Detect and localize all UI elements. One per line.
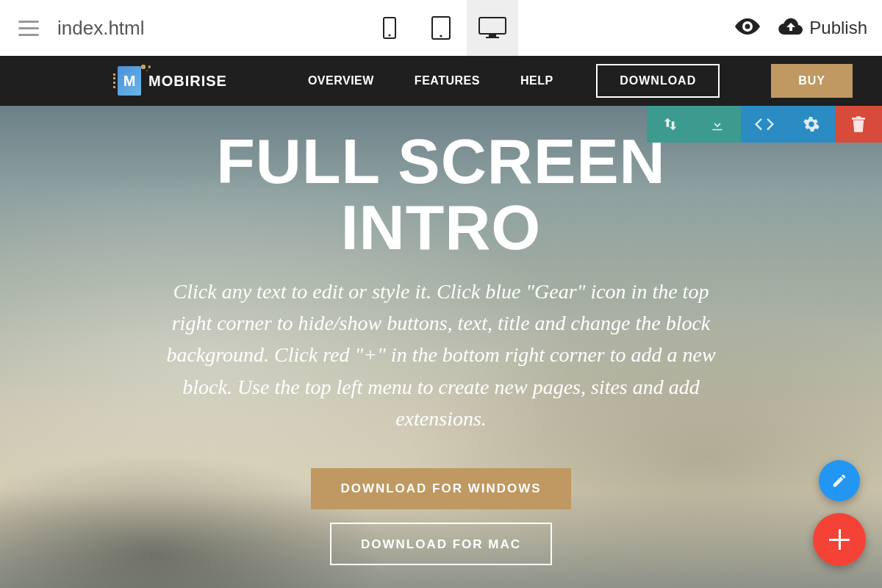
code-button[interactable] — [741, 106, 788, 143]
hero-buttons: DOWNLOAD FOR WINDOWS DOWNLOAD FOR MAC — [311, 468, 570, 565]
nav-help[interactable]: HELP — [520, 74, 553, 87]
cloud-upload-icon — [778, 18, 803, 38]
save-block-button[interactable] — [694, 106, 741, 143]
edit-fab[interactable] — [819, 460, 860, 501]
mobile-icon — [383, 17, 396, 39]
nav-overview[interactable]: OVERVIEW — [308, 74, 374, 87]
svg-rect-4 — [479, 18, 506, 34]
device-preview-group — [364, 0, 518, 56]
filename-label[interactable]: index.html — [57, 17, 145, 40]
hero-block: FULL SCREEN INTRO Click any text to edit… — [0, 106, 882, 588]
download-icon — [710, 116, 725, 132]
block-tools — [647, 106, 882, 143]
hero-title[interactable]: FULL SCREEN INTRO — [216, 128, 665, 261]
app-bar-right: Publish — [735, 18, 867, 38]
brand[interactable]: M MOBIRISE — [118, 66, 227, 96]
hero-title-line1: FULL SCREEN — [216, 128, 665, 194]
menu-icon[interactable] — [15, 17, 43, 40]
hero-title-line2: INTRO — [216, 194, 665, 260]
download-mac-button[interactable]: DOWNLOAD FOR MAC — [330, 523, 552, 565]
publish-button[interactable]: Publish — [778, 18, 867, 38]
delete-block-button[interactable] — [835, 106, 882, 143]
desktop-icon — [478, 17, 506, 39]
add-block-fab[interactable] — [813, 513, 866, 566]
gear-icon — [803, 116, 820, 132]
svg-point-1 — [388, 34, 390, 36]
brand-text: MOBIRISE — [148, 73, 227, 90]
svg-rect-6 — [486, 37, 499, 38]
nav-buy-button[interactable]: BUY — [771, 64, 853, 98]
trash-icon — [852, 116, 865, 132]
hero-subtitle[interactable]: Click any text to edit or style it. Clic… — [162, 276, 720, 435]
svg-point-3 — [440, 35, 442, 37]
device-desktop-button[interactable] — [467, 0, 518, 56]
svg-point-7 — [745, 24, 750, 29]
device-tablet-button[interactable] — [415, 0, 467, 56]
preview-button[interactable] — [735, 18, 760, 37]
pencil-icon — [831, 473, 847, 489]
device-mobile-button[interactable] — [364, 0, 415, 56]
nav-links: OVERVIEW FEATURES HELP — [308, 74, 553, 87]
download-windows-button[interactable]: DOWNLOAD FOR WINDOWS — [311, 468, 570, 509]
publish-label: Publish — [809, 18, 867, 38]
app-bar: index.html Publish — [0, 0, 882, 56]
swap-vertical-icon — [662, 116, 678, 132]
settings-button[interactable] — [788, 106, 835, 143]
brand-logo-icon: M — [118, 66, 141, 96]
nav-features[interactable]: FEATURES — [415, 74, 480, 87]
tablet-icon — [431, 16, 451, 40]
svg-rect-5 — [489, 34, 496, 37]
nav-download-button[interactable]: DOWNLOAD — [596, 64, 720, 98]
site-nav: M MOBIRISE OVERVIEW FEATURES HELP DOWNLO… — [0, 56, 882, 106]
move-block-button[interactable] — [647, 106, 694, 143]
eye-icon — [735, 18, 760, 35]
code-icon — [755, 118, 774, 131]
